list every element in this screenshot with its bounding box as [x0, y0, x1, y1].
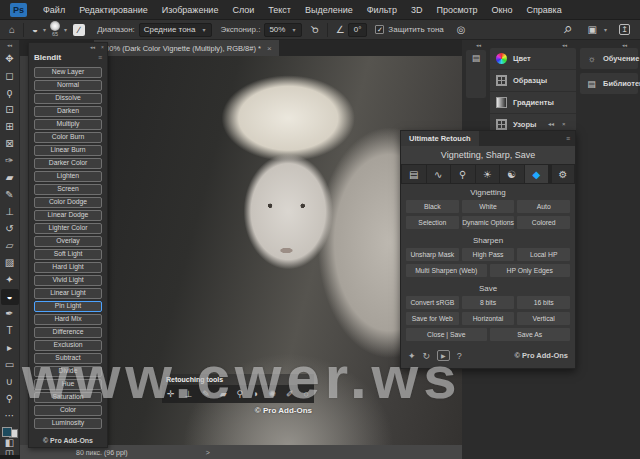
help-icon[interactable]: ? [457, 351, 462, 361]
move-tool-icon[interactable]: ✥ [1, 51, 19, 67]
blend-mode-linear-dodge[interactable]: Linear Dodge [34, 210, 102, 221]
object-selection-tool-icon[interactable]: ⊡ [1, 102, 19, 118]
dock-item-библиотеки[interactable]: ▤Библиотеки [580, 73, 638, 94]
blend-mode-new-layer[interactable]: New Layer [34, 67, 102, 78]
spot-healing-icon[interactable]: ✛ [167, 389, 175, 399]
range-select[interactable]: Средние тона ▾ [139, 23, 213, 37]
zoom-tool-icon[interactable]: ⚲ [1, 391, 19, 407]
ur-button-black[interactable]: Black [406, 200, 459, 213]
sponge-icon[interactable]: ◗ [253, 389, 258, 399]
blend-mode-dissolve[interactable]: Dissolve [34, 93, 102, 104]
settings-gear-icon[interactable]: ⚙ [552, 165, 574, 183]
menu-item-файл[interactable]: Файл [36, 0, 72, 20]
search-icon[interactable]: ⚲ [559, 21, 576, 38]
blend-mode-hard-mix[interactable]: Hard Mix [34, 314, 102, 325]
ur-button-8-bits[interactable]: 8 bits [462, 296, 515, 309]
ur-button-selection[interactable]: Selection [406, 216, 459, 229]
chevron-down-icon[interactable]: ▾ [41, 26, 48, 33]
tool-preset-icon[interactable]: ◒ [29, 24, 41, 35]
airbrush-icon[interactable]: ⚲ [306, 21, 323, 38]
blend-mode-exclusion[interactable]: Exclusion [34, 340, 102, 351]
blend-mode-screen[interactable]: Screen [34, 184, 102, 195]
menu-item-выделение[interactable]: Выделение [298, 0, 360, 20]
foreground-color-swatch[interactable] [2, 427, 12, 437]
share-icon[interactable]: ↥ [619, 24, 630, 35]
brush-icon[interactable]: ✎ [202, 389, 210, 399]
ur-button-multi-sharpen-web-[interactable]: Multi Sharpen (Web) [406, 264, 487, 277]
blend-mode-color[interactable]: Color [34, 405, 102, 416]
protect-tones-checkbox[interactable]: ✓ [375, 25, 384, 34]
blend-mode-soft-light[interactable]: Soft Light [34, 249, 102, 260]
blend-mode-luminosity[interactable]: Luminosity [34, 418, 102, 429]
blend-mode-normal[interactable]: Normal [34, 80, 102, 91]
ur-button-16-bits[interactable]: 16 bits [517, 296, 570, 309]
dock-item-образцы[interactable]: Образцы [490, 70, 576, 92]
collapse-icon[interactable]: ◂◂ [548, 120, 554, 127]
quick-mask-icon[interactable]: ◧ [1, 438, 19, 449]
status-chevron-icon[interactable]: > [206, 449, 210, 456]
menu-item-справка[interactable]: Справка [519, 0, 568, 20]
ultimate-retouch-tab[interactable]: Ultimate Retouch [401, 131, 479, 146]
ur-button-colored[interactable]: Colored [517, 216, 570, 229]
ur-button-convert-srgb[interactable]: Convert sRGB [406, 296, 459, 309]
sparkle-icon[interactable]: ✦ [408, 351, 416, 361]
blend-mode-saturation[interactable]: Saturation [34, 392, 102, 403]
blend-mode-darker-color[interactable]: Darker Color [34, 158, 102, 169]
workspace-icon[interactable]: ▣ [585, 24, 600, 35]
ur-button-unsharp-mask[interactable]: Unsharp Mask [406, 248, 459, 261]
dock-item-цвет[interactable]: Цвет [490, 48, 576, 70]
blend-mode-overlay[interactable]: Overlay [34, 236, 102, 247]
close-icon[interactable]: × [267, 44, 272, 53]
brightness-icon[interactable]: ☀ [476, 165, 500, 183]
blend-mode-color-dodge[interactable]: Color Dodge [34, 197, 102, 208]
gradient-tool-icon[interactable]: ▨ [1, 255, 19, 271]
collapsed-panel-icon[interactable]: ▤ [466, 50, 486, 98]
stamp-icon[interactable]: ⊥ [184, 389, 192, 399]
exposure-select[interactable]: 50% ▾ [264, 23, 302, 37]
history-brush-tool-icon[interactable]: ↺ [1, 221, 19, 237]
video-icon[interactable]: ▶ [437, 350, 450, 361]
levels-icon[interactable]: ∿ [427, 165, 451, 183]
ur-button-white[interactable]: White [462, 200, 515, 213]
path-selection-tool-icon[interactable]: ▸ [1, 340, 19, 356]
dock-item-градиенты[interactable]: Градиенты [490, 92, 576, 114]
chevron-down-icon[interactable]: ▾ [62, 26, 69, 33]
angle-input[interactable]: 0° [348, 23, 368, 37]
crop-tool-icon[interactable]: ⊞ [1, 119, 19, 135]
blendit-title[interactable]: Blendit [34, 53, 61, 62]
close-icon[interactable]: × [562, 121, 566, 127]
blend-mode-linear-light[interactable]: Linear Light [34, 288, 102, 299]
blend-mode-multiply[interactable]: Multiply [34, 119, 102, 130]
blend-mode-hard-light[interactable]: Hard Light [34, 262, 102, 273]
chevron-down-icon[interactable]: ▾ [602, 26, 609, 33]
clone-stamp-tool-icon[interactable]: ⊥ [1, 204, 19, 220]
ur-button-close-save[interactable]: Close | Save [406, 328, 487, 341]
type-tool-icon[interactable]: T [1, 323, 19, 339]
color-mix-icon[interactable]: ☯ [500, 165, 524, 183]
magnifier-icon[interactable]: ⚲ [451, 165, 475, 183]
menu-item-редактирование[interactable]: Редактирование [72, 0, 155, 20]
pen-icon[interactable]: ✐ [286, 389, 294, 399]
panel-menu-icon[interactable]: ≡ [98, 54, 102, 61]
healing-brush-tool-icon[interactable]: ▰ [1, 170, 19, 186]
menu-item-изображение[interactable]: Изображение [155, 0, 226, 20]
bandage-icon[interactable]: ▰ [220, 389, 227, 399]
menu-item-окно[interactable]: Окно [485, 0, 520, 20]
ur-button-horizontal[interactable]: Horizontal [462, 312, 515, 325]
menu-item-текст[interactable]: Текст [261, 0, 298, 20]
marquee-tool-icon[interactable]: ◻ [1, 68, 19, 84]
blend-mode-lighten[interactable]: Lighten [34, 171, 102, 182]
circle-selection-icon[interactable]: ○ [303, 389, 308, 399]
toggle-brush-panel-icon[interactable]: ∕ [73, 24, 85, 36]
dodge-tool-icon[interactable]: ◒ [1, 289, 19, 305]
ur-button-dynamic-options[interactable]: Dynamic Options [462, 216, 515, 229]
document-icon[interactable]: ▤ [402, 165, 426, 183]
ur-button-local-hp[interactable]: Local HP [517, 248, 570, 261]
diamond-icon[interactable]: ◆ [525, 165, 549, 183]
shape-tool-icon[interactable]: ▭ [1, 357, 19, 373]
ur-button-hp-only-edges[interactable]: HP Only Edges [490, 264, 571, 277]
pen-tool-icon[interactable]: ✒ [1, 306, 19, 322]
blend-mode-difference[interactable]: Difference [34, 327, 102, 338]
ur-button-save-for-web[interactable]: Save for Web [406, 312, 459, 325]
blend-mode-lighter-color[interactable]: Lighter Color [34, 223, 102, 234]
